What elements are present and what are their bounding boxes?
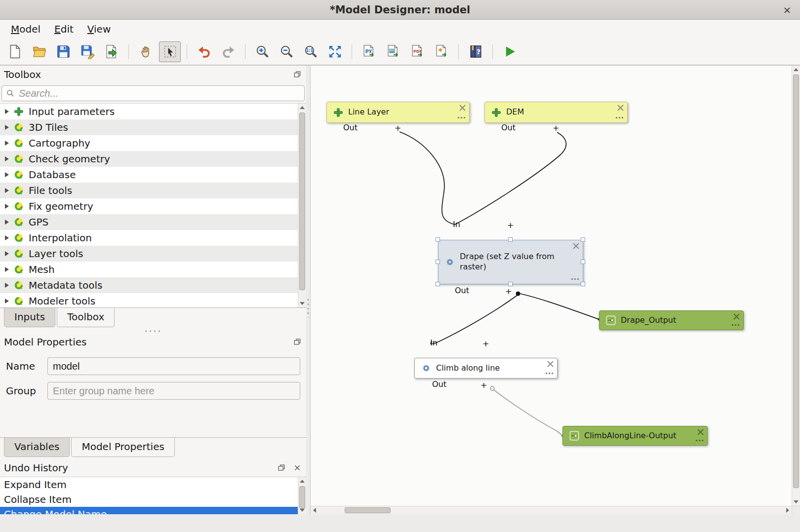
toolbox-item-input-parameters[interactable]: Input parameters	[0, 104, 298, 119]
drape-out-plus[interactable]: +	[505, 287, 512, 296]
undo-history-scrollbar[interactable]	[298, 477, 306, 514]
name-label: Name	[6, 360, 40, 372]
toolbox-item-modeler-tools[interactable]: Modeler tools	[0, 293, 298, 307]
undo-button[interactable]	[193, 41, 215, 62]
expand-arrow-icon[interactable]	[5, 172, 9, 177]
expand-arrow-icon[interactable]	[5, 299, 9, 304]
expand-arrow-icon[interactable]	[5, 141, 9, 146]
run-model-button[interactable]	[499, 41, 520, 62]
selection-handle[interactable]	[581, 260, 585, 264]
expand-arrow-icon[interactable]	[5, 188, 9, 193]
node-climbalongline-output[interactable]: ClimbAlongLine-Output	[562, 426, 708, 446]
window-close-button[interactable]: ×	[781, 4, 793, 16]
node-options-dots-icon[interactable]	[571, 273, 579, 282]
drape-in-plus[interactable]: +	[507, 221, 514, 230]
model-canvas[interactable]: Line Layer DEM Out + Out + In + Drape (s…	[310, 66, 800, 514]
toolbox-item-label: Fix geometry	[29, 200, 93, 212]
node-drape[interactable]: Drape (set Z value from raster)	[438, 240, 583, 284]
select-items-button[interactable]	[159, 41, 181, 62]
undo-history-float-button[interactable]	[277, 463, 286, 473]
node-options-dots-icon[interactable]	[457, 112, 466, 121]
undo-item-change-model-name[interactable]: Change Model Name	[0, 507, 298, 514]
node-line-layer[interactable]: Line Layer	[326, 102, 470, 123]
model-properties-float-button[interactable]	[292, 337, 302, 347]
climb-out-plus[interactable]: +	[480, 380, 487, 390]
selection-handle[interactable]	[508, 282, 513, 286]
toolbox-scrollbar[interactable]	[298, 104, 306, 307]
toolbox-item-mesh[interactable]: Mesh	[0, 262, 298, 277]
toolbox-item-3d-tiles[interactable]: 3D Tiles	[0, 119, 298, 135]
toolbox-float-button[interactable]	[292, 70, 302, 79]
dem-out-plus[interactable]: +	[553, 123, 559, 133]
save-model-in-project-button[interactable]	[101, 41, 122, 62]
canvas-vertical-scrollbar[interactable]	[792, 66, 800, 506]
toolbox-item-interpolation[interactable]: Interpolation	[0, 230, 298, 246]
expand-arrow-icon[interactable]	[5, 204, 9, 209]
dock-splitter-handle[interactable]	[0, 329, 306, 333]
selection-handle[interactable]	[581, 282, 585, 286]
node-dem[interactable]: DEM	[484, 102, 628, 123]
expand-arrow-icon[interactable]	[5, 125, 9, 130]
canvas-horizontal-scrollbar[interactable]	[311, 506, 792, 514]
toolbox-item-metadata-tools[interactable]: Metadata tools	[0, 277, 298, 293]
node-drape-output[interactable]: Drape_Output	[599, 310, 744, 330]
selection-handle[interactable]	[508, 237, 513, 242]
toolbox-item-database[interactable]: Database	[0, 167, 298, 183]
toolbox-item-cartography[interactable]: Cartography	[0, 135, 298, 151]
undo-item-collapse[interactable]: Collapse Item	[0, 492, 298, 507]
export-as-script-button[interactable]: *	[431, 41, 452, 62]
export-as-image-button[interactable]	[382, 41, 404, 62]
redo-button[interactable]	[217, 41, 239, 62]
export-as-python-button[interactable]: py	[358, 41, 380, 62]
node-options-dots-icon[interactable]	[695, 434, 704, 444]
node-options-dots-icon[interactable]	[615, 112, 624, 121]
open-model-button[interactable]	[28, 41, 50, 62]
new-model-button[interactable]	[4, 41, 26, 62]
tab-toolbox[interactable]: Toolbox	[57, 308, 115, 327]
menu-view[interactable]: View	[80, 21, 118, 38]
linelayer-out-plus[interactable]: +	[395, 123, 401, 133]
help-button[interactable]: ?	[465, 41, 486, 62]
toolbox-item-check-geometry[interactable]: Check geometry	[0, 151, 298, 167]
zoom-out-button[interactable]	[276, 41, 297, 62]
expand-arrow-icon[interactable]	[5, 251, 9, 256]
toolbox-item-fix-geometry[interactable]: Fix geometry	[0, 198, 298, 214]
node-options-dots-icon[interactable]	[731, 319, 740, 328]
expand-arrow-icon[interactable]	[5, 220, 9, 225]
toolbox-item-gps[interactable]: GPS	[0, 214, 298, 230]
expand-arrow-icon[interactable]	[5, 283, 9, 288]
pan-button[interactable]	[135, 41, 157, 62]
model-name-field[interactable]	[47, 357, 300, 375]
expand-arrow-icon[interactable]	[5, 156, 9, 161]
zoom-in-button[interactable]	[251, 41, 273, 62]
tab-variables[interactable]: Variables	[4, 438, 70, 457]
climb-in-plus[interactable]: +	[482, 339, 489, 348]
zoom-actual-size-button[interactable]: 1:1	[300, 41, 321, 62]
tab-inputs[interactable]: Inputs	[4, 308, 55, 327]
panel-canvas-splitter[interactable]	[306, 66, 310, 514]
toolbox-item-layer-tools[interactable]: Layer tools	[0, 246, 298, 262]
toolbox-item-file-tools[interactable]: File tools	[0, 183, 298, 198]
tab-model-properties[interactable]: Model Properties	[71, 438, 174, 457]
expand-arrow-icon[interactable]	[5, 109, 9, 114]
expand-arrow-icon[interactable]	[5, 267, 9, 272]
model-group-field[interactable]	[47, 382, 300, 400]
expand-arrow-icon[interactable]	[5, 235, 9, 240]
menu-edit[interactable]: Edit	[47, 21, 80, 38]
menu-model[interactable]: Model	[4, 21, 47, 38]
selection-handle[interactable]	[436, 237, 440, 242]
undo-item-expand[interactable]: Expand Item	[0, 477, 298, 492]
node-collapse-icon[interactable]	[572, 242, 580, 252]
export-as-pdf-button[interactable]: PDF	[406, 41, 428, 62]
search-input[interactable]	[19, 88, 300, 99]
node-options-dots-icon[interactable]	[545, 367, 554, 377]
selection-handle[interactable]	[436, 260, 440, 264]
save-model-button[interactable]	[52, 41, 74, 62]
selection-handle[interactable]	[436, 282, 440, 286]
node-climb-along-line[interactable]: Climb along line	[414, 358, 558, 379]
save-model-as-button[interactable]	[77, 41, 98, 62]
selection-handle[interactable]	[581, 237, 585, 242]
float-icon	[293, 338, 301, 346]
zoom-full-button[interactable]	[324, 41, 346, 62]
undo-history-close-button[interactable]	[292, 463, 302, 473]
